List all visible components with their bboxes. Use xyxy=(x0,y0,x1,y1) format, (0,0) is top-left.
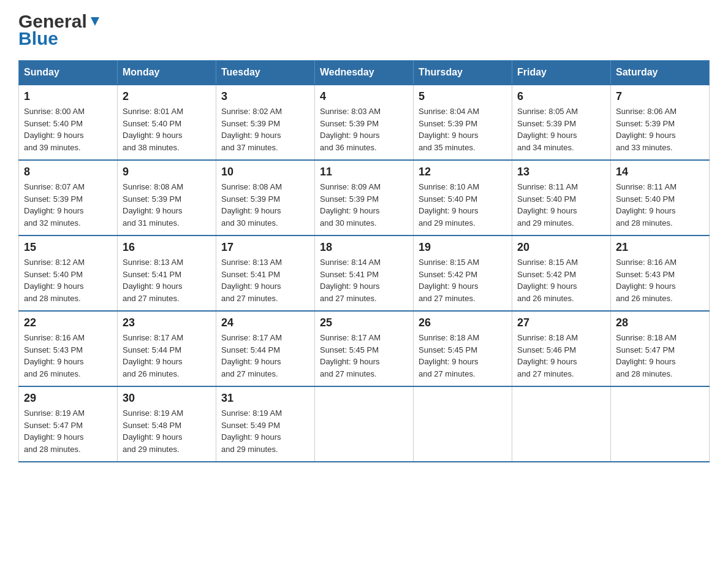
day-header-thursday: Thursday xyxy=(414,61,512,85)
day-info: Sunrise: 8:18 AMSunset: 5:46 PMDaylight:… xyxy=(517,332,605,380)
day-info: Sunrise: 8:09 AMSunset: 5:39 PMDaylight:… xyxy=(320,181,408,229)
day-number: 11 xyxy=(320,166,408,178)
day-header-monday: Monday xyxy=(118,61,216,85)
calendar-day-cell: 9Sunrise: 8:08 AMSunset: 5:39 PMDaylight… xyxy=(118,160,216,236)
day-number: 27 xyxy=(517,316,605,329)
calendar-day-cell: 15Sunrise: 8:12 AMSunset: 5:40 PMDayligh… xyxy=(19,236,118,311)
calendar-day-cell: 8Sunrise: 8:07 AMSunset: 5:39 PMDaylight… xyxy=(19,160,118,236)
day-number: 1 xyxy=(24,90,112,103)
day-info: Sunrise: 8:17 AMSunset: 5:45 PMDaylight:… xyxy=(320,332,408,380)
calendar-day-cell: 21Sunrise: 8:16 AMSunset: 5:43 PMDayligh… xyxy=(611,236,710,311)
calendar-day-cell: 13Sunrise: 8:11 AMSunset: 5:40 PMDayligh… xyxy=(512,160,611,236)
day-info: Sunrise: 8:06 AMSunset: 5:39 PMDaylight:… xyxy=(616,105,704,153)
calendar-day-cell: 12Sunrise: 8:10 AMSunset: 5:40 PMDayligh… xyxy=(414,160,512,236)
day-number: 16 xyxy=(123,241,211,254)
day-info: Sunrise: 8:19 AMSunset: 5:49 PMDaylight:… xyxy=(221,407,309,455)
day-info: Sunrise: 8:11 AMSunset: 5:40 PMDaylight:… xyxy=(517,181,605,229)
calendar-day-cell xyxy=(512,386,611,462)
day-number: 6 xyxy=(517,90,605,103)
day-info: Sunrise: 8:15 AMSunset: 5:42 PMDaylight:… xyxy=(419,256,507,304)
svg-marker-0 xyxy=(91,17,99,26)
calendar-day-cell: 28Sunrise: 8:18 AMSunset: 5:47 PMDayligh… xyxy=(611,311,710,386)
calendar-day-cell: 18Sunrise: 8:14 AMSunset: 5:41 PMDayligh… xyxy=(315,236,414,311)
calendar-day-cell: 5Sunrise: 8:04 AMSunset: 5:39 PMDaylight… xyxy=(414,85,512,160)
day-number: 26 xyxy=(419,316,507,329)
day-info: Sunrise: 8:16 AMSunset: 5:43 PMDaylight:… xyxy=(616,256,704,304)
day-number: 22 xyxy=(24,316,112,329)
day-info: Sunrise: 8:11 AMSunset: 5:40 PMDaylight:… xyxy=(616,181,704,229)
day-number: 18 xyxy=(320,241,408,254)
day-header-sunday: Sunday xyxy=(19,61,118,85)
day-info: Sunrise: 8:01 AMSunset: 5:40 PMDaylight:… xyxy=(123,105,211,153)
logo: General Blue xyxy=(18,12,102,48)
calendar-header-row: SundayMondayTuesdayWednesdayThursdayFrid… xyxy=(19,61,710,85)
day-number: 25 xyxy=(320,316,408,329)
calendar-day-cell: 14Sunrise: 8:11 AMSunset: 5:40 PMDayligh… xyxy=(611,160,710,236)
logo-triangle-icon xyxy=(88,15,102,28)
calendar-day-cell: 6Sunrise: 8:05 AMSunset: 5:39 PMDaylight… xyxy=(512,85,611,160)
page-header: General Blue xyxy=(18,12,710,48)
day-info: Sunrise: 8:19 AMSunset: 5:48 PMDaylight:… xyxy=(123,407,211,455)
logo-blue: Blue xyxy=(18,29,58,48)
calendar-day-cell: 11Sunrise: 8:09 AMSunset: 5:39 PMDayligh… xyxy=(315,160,414,236)
calendar-day-cell: 20Sunrise: 8:15 AMSunset: 5:42 PMDayligh… xyxy=(512,236,611,311)
calendar-day-cell: 17Sunrise: 8:13 AMSunset: 5:41 PMDayligh… xyxy=(216,236,315,311)
calendar-day-cell xyxy=(414,386,512,462)
day-number: 14 xyxy=(616,166,704,178)
day-number: 15 xyxy=(24,241,112,254)
calendar-day-cell: 2Sunrise: 8:01 AMSunset: 5:40 PMDaylight… xyxy=(118,85,216,160)
day-number: 17 xyxy=(221,241,309,254)
day-info: Sunrise: 8:03 AMSunset: 5:39 PMDaylight:… xyxy=(320,105,408,153)
day-header-friday: Friday xyxy=(512,61,611,85)
calendar-day-cell: 7Sunrise: 8:06 AMSunset: 5:39 PMDaylight… xyxy=(611,85,710,160)
day-number: 4 xyxy=(320,90,408,103)
calendar-day-cell: 22Sunrise: 8:16 AMSunset: 5:43 PMDayligh… xyxy=(19,311,118,386)
calendar-day-cell: 19Sunrise: 8:15 AMSunset: 5:42 PMDayligh… xyxy=(414,236,512,311)
calendar-week-row: 8Sunrise: 8:07 AMSunset: 5:39 PMDaylight… xyxy=(19,160,710,236)
day-number: 9 xyxy=(123,166,211,178)
day-header-wednesday: Wednesday xyxy=(315,61,414,85)
calendar-day-cell: 26Sunrise: 8:18 AMSunset: 5:45 PMDayligh… xyxy=(414,311,512,386)
day-header-saturday: Saturday xyxy=(611,61,710,85)
day-info: Sunrise: 8:13 AMSunset: 5:41 PMDaylight:… xyxy=(221,256,309,304)
day-info: Sunrise: 8:00 AMSunset: 5:40 PMDaylight:… xyxy=(24,105,112,153)
day-info: Sunrise: 8:17 AMSunset: 5:44 PMDaylight:… xyxy=(221,332,309,380)
day-info: Sunrise: 8:08 AMSunset: 5:39 PMDaylight:… xyxy=(221,181,309,229)
day-info: Sunrise: 8:14 AMSunset: 5:41 PMDaylight:… xyxy=(320,256,408,304)
day-info: Sunrise: 8:07 AMSunset: 5:39 PMDaylight:… xyxy=(24,181,112,229)
day-number: 13 xyxy=(517,166,605,178)
calendar-day-cell: 25Sunrise: 8:17 AMSunset: 5:45 PMDayligh… xyxy=(315,311,414,386)
day-number: 10 xyxy=(221,166,309,178)
calendar-week-row: 15Sunrise: 8:12 AMSunset: 5:40 PMDayligh… xyxy=(19,236,710,311)
day-header-tuesday: Tuesday xyxy=(216,61,315,85)
calendar-day-cell: 23Sunrise: 8:17 AMSunset: 5:44 PMDayligh… xyxy=(118,311,216,386)
day-info: Sunrise: 8:18 AMSunset: 5:45 PMDaylight:… xyxy=(419,332,507,380)
day-number: 30 xyxy=(123,392,211,405)
calendar-day-cell: 24Sunrise: 8:17 AMSunset: 5:44 PMDayligh… xyxy=(216,311,315,386)
calendar-day-cell: 1Sunrise: 8:00 AMSunset: 5:40 PMDaylight… xyxy=(19,85,118,160)
day-number: 2 xyxy=(123,90,211,103)
day-info: Sunrise: 8:05 AMSunset: 5:39 PMDaylight:… xyxy=(517,105,605,153)
day-number: 24 xyxy=(221,316,309,329)
calendar-day-cell: 29Sunrise: 8:19 AMSunset: 5:47 PMDayligh… xyxy=(19,386,118,462)
day-number: 12 xyxy=(419,166,507,178)
day-info: Sunrise: 8:04 AMSunset: 5:39 PMDaylight:… xyxy=(419,105,507,153)
day-info: Sunrise: 8:02 AMSunset: 5:39 PMDaylight:… xyxy=(221,105,309,153)
day-number: 31 xyxy=(221,392,309,405)
day-info: Sunrise: 8:12 AMSunset: 5:40 PMDaylight:… xyxy=(24,256,112,304)
calendar-day-cell: 16Sunrise: 8:13 AMSunset: 5:41 PMDayligh… xyxy=(118,236,216,311)
calendar-day-cell: 31Sunrise: 8:19 AMSunset: 5:49 PMDayligh… xyxy=(216,386,315,462)
calendar-day-cell: 3Sunrise: 8:02 AMSunset: 5:39 PMDaylight… xyxy=(216,85,315,160)
day-info: Sunrise: 8:19 AMSunset: 5:47 PMDaylight:… xyxy=(24,407,112,455)
day-number: 20 xyxy=(517,241,605,254)
calendar-day-cell: 27Sunrise: 8:18 AMSunset: 5:46 PMDayligh… xyxy=(512,311,611,386)
calendar-week-row: 1Sunrise: 8:00 AMSunset: 5:40 PMDaylight… xyxy=(19,85,710,160)
day-info: Sunrise: 8:10 AMSunset: 5:40 PMDaylight:… xyxy=(419,181,507,229)
calendar-day-cell xyxy=(611,386,710,462)
day-number: 5 xyxy=(419,90,507,103)
day-info: Sunrise: 8:17 AMSunset: 5:44 PMDaylight:… xyxy=(123,332,211,380)
day-number: 29 xyxy=(24,392,112,405)
day-number: 21 xyxy=(616,241,704,254)
day-info: Sunrise: 8:13 AMSunset: 5:41 PMDaylight:… xyxy=(123,256,211,304)
calendar-week-row: 22Sunrise: 8:16 AMSunset: 5:43 PMDayligh… xyxy=(19,311,710,386)
